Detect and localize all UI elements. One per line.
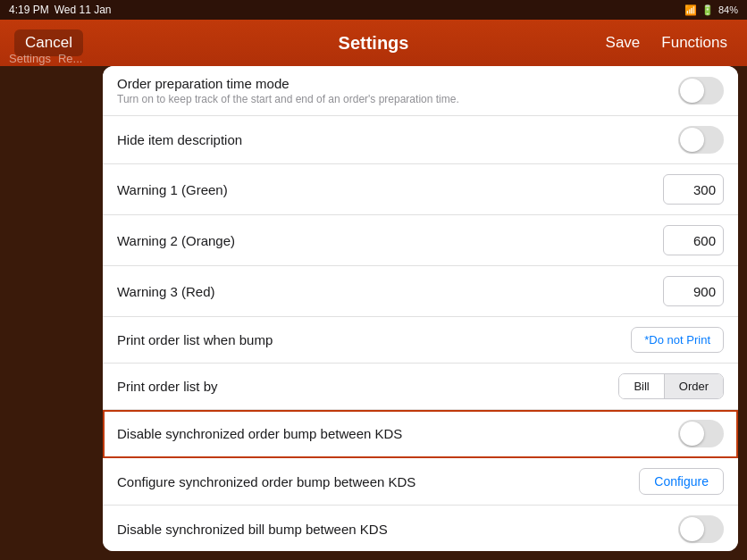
settings-row-configure-sync-order-bump: Configure synchronized order bump betwee… — [103, 458, 738, 506]
seg-option-order[interactable]: Order — [665, 374, 723, 398]
status-bar: 4:19 PM Wed 11 Jan 📶 🔋 84% — [0, 0, 747, 20]
print-button-print-order-bump[interactable]: *Do not Print — [631, 327, 724, 353]
number-input-warning-1[interactable] — [663, 174, 724, 205]
battery-icon: 🔋 — [701, 4, 714, 16]
row-label-configure-sync-order-bump: Configure synchronized order bump betwee… — [117, 474, 426, 489]
toolbar-title: Settings — [339, 33, 409, 54]
label-text: Warning 2 (Orange) — [117, 233, 246, 248]
label-text: Print order list when bump — [117, 332, 283, 347]
wifi-icon: 📶 — [684, 4, 697, 16]
status-icons: 📶 🔋 84% — [684, 4, 738, 16]
status-date: Wed 11 Jan — [55, 4, 112, 16]
toggle-disable-sync-order-bump[interactable] — [678, 420, 724, 447]
settings-list: Order preparation time modeTurn on to ke… — [103, 66, 738, 551]
label-text: Order preparation time mode — [117, 76, 459, 91]
settings-row-disable-sync-order-bump: Disable synchronized order bump between … — [103, 410, 738, 458]
seg-option-bill[interactable]: Bill — [619, 374, 664, 398]
settings-row-print-order-bump: Print order list when bump*Do not Print — [103, 317, 738, 364]
label-text: Disable synchronized bill bump between K… — [117, 522, 399, 537]
row-label-print-order-bump: Print order list when bump — [117, 332, 283, 347]
status-time-area: 4:19 PM Wed 11 Jan — [9, 4, 112, 16]
toggle-hide-item-desc[interactable] — [678, 126, 724, 154]
toolbar: Cancel Settings Save Functions — [0, 20, 747, 66]
label-text: Hide item description — [117, 132, 253, 147]
toolbar-right: Save Functions — [600, 30, 733, 55]
background-nav: Settings Re... — [0, 46, 103, 71]
row-label-warning-3: Warning 3 (Red) — [117, 284, 225, 299]
number-input-warning-2[interactable] — [663, 225, 724, 255]
label-text: Warning 1 (Green) — [117, 182, 239, 197]
label-sublabel: Turn on to keep track of the start and e… — [117, 93, 459, 105]
label-text: Warning 3 (Red) — [117, 284, 225, 299]
segmented-print-order-by: BillOrder — [618, 373, 724, 399]
status-time: 4:19 PM — [9, 4, 49, 16]
settings-row-warning-3: Warning 3 (Red) — [103, 266, 738, 317]
row-label-warning-2: Warning 2 (Orange) — [117, 233, 246, 248]
bg-nav-re: Re... — [58, 52, 82, 65]
settings-row-disable-sync-bill-bump: Disable synchronized bill bump between K… — [103, 506, 738, 551]
settings-row-warning-2: Warning 2 (Orange) — [103, 215, 738, 266]
label-text: Configure synchronized order bump betwee… — [117, 474, 426, 489]
row-label-hide-item-desc: Hide item description — [117, 132, 253, 147]
toggle-order-prep-time-mode[interactable] — [678, 77, 724, 104]
row-label-disable-sync-order-bump: Disable synchronized order bump between … — [117, 426, 413, 441]
settings-row-hide-item-desc: Hide item description — [103, 116, 738, 164]
settings-row-print-order-by: Print order list byBillOrder — [103, 364, 738, 410]
settings-panel: Order preparation time modeTurn on to ke… — [103, 66, 738, 551]
bg-nav-settings: Settings — [9, 52, 51, 65]
row-label-print-order-by: Print order list by — [117, 379, 229, 394]
config-button-configure-sync-order-bump[interactable]: Configure — [639, 468, 724, 495]
settings-row-order-prep-time-mode: Order preparation time modeTurn on to ke… — [103, 66, 738, 116]
label-text: Disable synchronized order bump between … — [117, 426, 413, 441]
row-label-order-prep-time-mode: Order preparation time modeTurn on to ke… — [117, 76, 459, 105]
battery-level: 84% — [718, 4, 738, 15]
number-input-warning-3[interactable] — [663, 276, 724, 306]
row-label-warning-1: Warning 1 (Green) — [117, 182, 239, 197]
label-text: Print order list by — [117, 379, 229, 394]
settings-row-warning-1: Warning 1 (Green) — [103, 164, 738, 215]
toggle-disable-sync-bill-bump[interactable] — [678, 515, 724, 543]
functions-button[interactable]: Functions — [656, 30, 733, 55]
save-button[interactable]: Save — [600, 30, 646, 55]
row-label-disable-sync-bill-bump: Disable synchronized bill bump between K… — [117, 522, 399, 537]
